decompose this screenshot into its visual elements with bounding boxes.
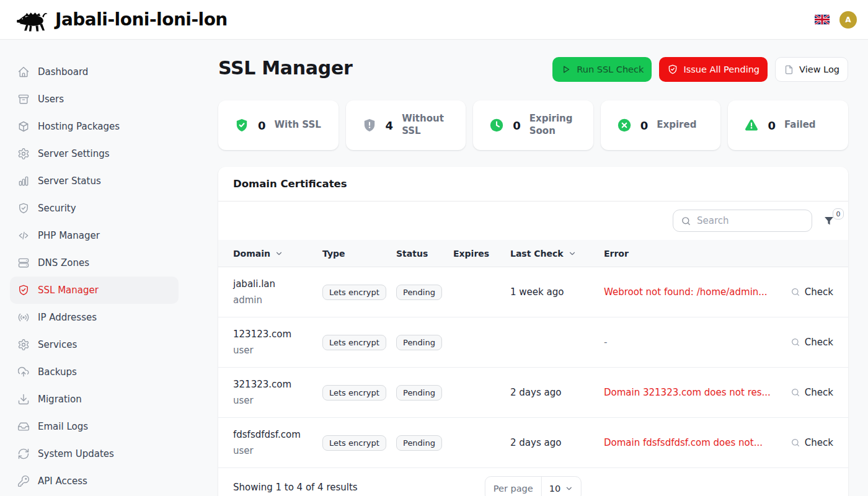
top-bar: Jabali-loni-loni-lon A — [0, 0, 868, 40]
issue-all-pending-button[interactable]: Issue All Pending — [659, 57, 768, 82]
bar-chart-icon — [17, 175, 30, 187]
chevron-down-icon — [565, 484, 574, 493]
avatar[interactable]: A — [839, 11, 857, 29]
x-circle-fill-icon — [617, 118, 632, 133]
sidebar-item-users[interactable]: Users — [10, 86, 179, 113]
cell-error: Domain 321323.com does not res... — [604, 387, 791, 398]
cell-domain: fdsfsdfdsf.com — [233, 429, 322, 440]
sidebar-item-services[interactable]: Services — [10, 331, 179, 358]
clock-fill-icon — [489, 118, 504, 133]
shield-check-icon — [667, 64, 678, 75]
sidebar-item-hosting-packages[interactable]: Hosting Packages — [10, 113, 179, 140]
run-ssl-check-button[interactable]: Run SSL Check — [552, 57, 652, 82]
stat-card: 0 With SSL — [218, 100, 339, 150]
cell-user: user — [233, 395, 322, 406]
panel-title: Domain Certificates — [233, 178, 347, 190]
type-badge: Lets encrypt — [322, 385, 386, 401]
per-page-label: Per page — [485, 477, 542, 496]
shield-check-icon — [17, 202, 30, 215]
sidebar-item-server-settings[interactable]: Server Settings — [10, 140, 179, 167]
column-header-last-check[interactable]: Last Check — [510, 249, 604, 259]
sidebar-item-dashboard[interactable]: Dashboard — [10, 58, 179, 86]
type-badge: Lets encrypt — [322, 335, 386, 350]
check-button[interactable]: Check — [790, 286, 833, 298]
per-page-select[interactable]: Per page 10 — [485, 476, 582, 496]
cell-last-check: 2 days ago — [510, 387, 604, 398]
column-header-type[interactable]: Type — [322, 249, 396, 259]
status-badge: Pending — [396, 435, 442, 451]
stat-label: Expired — [657, 119, 696, 131]
brand-title: Jabali-loni-loni-lon — [55, 9, 228, 30]
sidebar-item-backups[interactable]: Backups — [10, 358, 179, 386]
results-summary: Showing 1 to 4 of 4 results — [233, 482, 358, 493]
table-row: jabali.lan admin Lets encrypt Pending 1 … — [218, 267, 848, 317]
check-button[interactable]: Check — [790, 437, 833, 448]
stats-cards: 0 With SSL 4 Without SSL 0 Expiring Soon… — [218, 100, 848, 150]
sidebar-item-api-access[interactable]: API Access — [10, 467, 179, 495]
package-icon — [17, 120, 30, 133]
sidebar-item-migration[interactable]: Migration — [10, 386, 179, 413]
view-log-button[interactable]: View Log — [775, 57, 848, 82]
cell-domain: 321323.com — [233, 379, 322, 390]
main-content: SSL Manager Run SSL Check Issue All Pend… — [188, 40, 868, 496]
sidebar-item-system-updates[interactable]: System Updates — [10, 440, 179, 467]
status-badge: Pending — [396, 335, 442, 350]
sidebar-item-email-logs[interactable]: Email Logs — [10, 413, 179, 440]
filter-button[interactable]: 0 — [823, 215, 835, 226]
check-button[interactable]: Check — [790, 387, 833, 398]
magnifier-icon — [790, 337, 800, 347]
cell-error: - — [604, 337, 791, 348]
stat-value: 0 — [768, 119, 776, 132]
stat-label: Expiring Soon — [529, 113, 583, 138]
stat-card: 0 Failed — [728, 100, 848, 150]
stat-value: 0 — [640, 119, 649, 132]
gear-icon — [17, 339, 30, 351]
sidebar-item-ssl-manager[interactable]: SSL Manager — [10, 277, 179, 304]
stat-value: 4 — [386, 119, 394, 132]
play-icon — [560, 64, 572, 75]
column-header-status[interactable]: Status — [396, 249, 453, 259]
cell-domain: jabali.lan — [233, 278, 322, 290]
sidebar-item-dns-zones[interactable]: DNS Zones — [10, 249, 179, 277]
search-input[interactable] — [673, 210, 812, 232]
language-flag-icon[interactable] — [815, 14, 830, 25]
type-badge: Lets encrypt — [322, 435, 386, 451]
check-button[interactable]: Check — [790, 337, 833, 348]
sidebar-item-ip-addresses[interactable]: IP Addresses — [10, 304, 179, 331]
status-badge: Pending — [396, 385, 442, 401]
cell-error: Domain fdsfsdfdsf.com does not... — [604, 437, 791, 448]
key-icon — [17, 475, 30, 487]
per-page-value: 10 — [549, 484, 560, 494]
server-icon — [17, 257, 30, 269]
table-row: 321323.com user Lets encrypt Pending 2 d… — [218, 368, 848, 418]
stat-card: 0 Expired — [601, 100, 721, 150]
magnifier-icon — [790, 287, 800, 297]
download-icon — [17, 393, 30, 405]
shield-check-fill-icon — [234, 118, 249, 133]
search-icon — [681, 216, 691, 226]
sidebar-item-php-manager[interactable]: PHP Manager — [10, 222, 179, 249]
cell-last-check: 1 week ago — [510, 286, 604, 298]
table-header: Domain Type Status Expires Last Check Er… — [218, 240, 848, 267]
cloud-upload-icon — [17, 366, 30, 378]
sidebar-item-security[interactable]: Security — [10, 195, 179, 222]
table-row: fdsfsdfdsf.com user Lets encrypt Pending… — [218, 418, 848, 468]
table-footer: Showing 1 to 4 of 4 results Per page 10 — [218, 468, 848, 496]
gear-icon — [17, 148, 30, 160]
sidebar-item-server-status[interactable]: Server Status — [10, 167, 179, 195]
radio-icon — [17, 311, 30, 324]
column-header-expires[interactable]: Expires — [453, 249, 510, 259]
triangle-alert-fill-icon — [744, 118, 759, 133]
type-badge: Lets encrypt — [322, 285, 386, 300]
column-header-domain[interactable]: Domain — [233, 249, 322, 259]
cell-user: user — [233, 345, 322, 356]
inbox-icon — [17, 420, 30, 433]
magnifier-icon — [790, 438, 800, 448]
cell-user: admin — [233, 294, 322, 306]
sidebar: Dashboard Users Hosting Packages Server … — [0, 40, 188, 496]
magnifier-icon — [790, 388, 800, 397]
cell-user: user — [233, 445, 322, 456]
stat-value: 0 — [258, 119, 266, 132]
boar-logo-icon — [16, 7, 50, 33]
cell-domain: 123123.com — [233, 329, 322, 340]
